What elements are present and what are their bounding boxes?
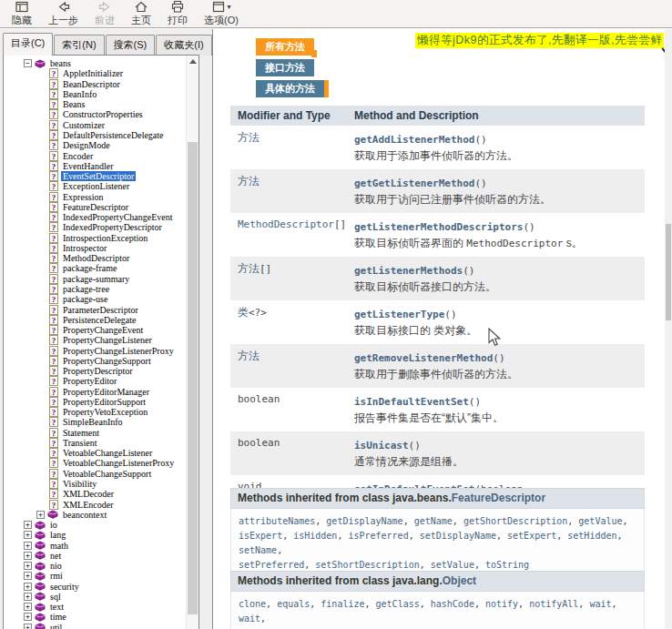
tree-item-beans[interactable]: −beans bbox=[4, 58, 187, 68]
tree-item-MethodDescriptor[interactable]: ?MethodDescriptor bbox=[4, 253, 187, 263]
toolbar-button-back[interactable]: 上一步 bbox=[40, 0, 87, 28]
tree-item-text[interactable]: +text bbox=[4, 602, 187, 612]
method-tab-接口方法[interactable]: 接口方法 bbox=[256, 59, 314, 76]
tree-item-package-tree[interactable]: ?package-tree bbox=[4, 284, 187, 294]
tree-item-io[interactable]: +io bbox=[4, 520, 187, 530]
collapse-box-icon[interactable]: − bbox=[24, 59, 32, 67]
tree-item-Expression[interactable]: ?Expression bbox=[4, 191, 187, 201]
tree-item-DefaultPersistenceDelegate[interactable]: ?DefaultPersistenceDelegate bbox=[4, 130, 187, 140]
tree-scrollbar-thumb[interactable] bbox=[188, 142, 198, 614]
type-link[interactable]: 方法 bbox=[238, 131, 260, 144]
tree-item-PropertyChangeListener[interactable]: ?PropertyChangeListener bbox=[4, 335, 187, 345]
method-name-link[interactable]: getRemoveListenerMethod bbox=[354, 352, 493, 364]
inherited-method-link[interactable]: notifyAll bbox=[529, 599, 578, 609]
tree-item-IndexedPropertyChangeEvent[interactable]: ?IndexedPropertyChangeEvent bbox=[4, 212, 187, 222]
inherited-method-link[interactable]: setDisplayName bbox=[420, 531, 496, 541]
tree-item-package-use[interactable]: ?package-use bbox=[4, 294, 187, 304]
tree-item-util[interactable]: +util bbox=[4, 623, 187, 629]
tree-item-EventSetDescriptor[interactable]: ?EventSetDescriptor bbox=[4, 171, 187, 181]
tree-item-math[interactable]: +math bbox=[4, 540, 187, 550]
expand-box-icon[interactable]: + bbox=[24, 542, 32, 550]
sidebar-tab-搜索S[interactable]: 搜索(S) bbox=[106, 35, 156, 56]
method-tab-具体的方法[interactable]: 具体的方法 bbox=[256, 80, 329, 97]
tree-item-nio[interactable]: +nio bbox=[4, 561, 187, 571]
tree-item-XMLEncoder[interactable]: ?XMLEncoder bbox=[4, 499, 187, 509]
expand-box-icon[interactable]: + bbox=[24, 552, 32, 560]
method-name-link[interactable]: isInDefaultEventSet bbox=[354, 396, 469, 408]
expand-box-icon[interactable]: + bbox=[24, 572, 32, 580]
method-name-link[interactable]: getListenerMethods bbox=[354, 265, 463, 277]
tree-item-PropertyVetoException[interactable]: ?PropertyVetoException bbox=[4, 407, 187, 417]
tree-item-EventHandler[interactable]: ?EventHandler bbox=[4, 161, 187, 171]
tree-item-PropertyChangeListenerProxy[interactable]: ?PropertyChangeListenerProxy bbox=[4, 345, 187, 355]
inherited-method-link[interactable]: getName bbox=[414, 516, 453, 526]
method-name-link[interactable]: getListenerType bbox=[354, 309, 444, 320]
inherited-method-link[interactable]: getShortDescription bbox=[463, 516, 567, 526]
expand-box-icon[interactable]: + bbox=[24, 613, 32, 621]
inherited-method-link[interactable]: getDisplayName bbox=[326, 516, 402, 526]
method-name-link[interactable]: isUnicast bbox=[354, 440, 409, 451]
tree-item-ExceptionListener[interactable]: ?ExceptionListener bbox=[4, 181, 187, 191]
sidebar-tab-目录C[interactable]: 目录(C) bbox=[3, 33, 53, 56]
method-name-link[interactable]: getGetListenerMethod bbox=[354, 178, 474, 189]
inherited-method-link[interactable]: isHidden bbox=[293, 531, 337, 541]
tree-scrollbar[interactable] bbox=[186, 56, 199, 629]
inherited-method-link[interactable]: getValue bbox=[578, 516, 622, 526]
tree-item-PropertyDescriptor[interactable]: ?PropertyDescriptor bbox=[4, 366, 187, 376]
sidebar-tab-收藏夹I[interactable]: 收藏夹(I) bbox=[156, 35, 211, 56]
tree-item-PropertyChangeEvent[interactable]: ?PropertyChangeEvent bbox=[4, 325, 187, 335]
inherited-method-link[interactable]: setExpert bbox=[507, 531, 556, 541]
expand-box-icon[interactable]: + bbox=[24, 624, 32, 629]
tree-item-net[interactable]: +net bbox=[4, 551, 187, 561]
inherited-method-link[interactable]: isPreferred bbox=[348, 531, 408, 541]
class-link[interactable]: Object bbox=[443, 574, 476, 587]
tree-item-PropertyEditor[interactable]: ?PropertyEditor bbox=[4, 376, 187, 386]
sidebar-tab-索引N[interactable]: 索引(N) bbox=[54, 35, 104, 56]
tree-item-time[interactable]: +time bbox=[4, 612, 187, 622]
inherited-method-link[interactable]: setName bbox=[239, 545, 277, 555]
toolbar-button-print[interactable]: 打印 bbox=[159, 0, 196, 28]
expand-box-icon[interactable]: + bbox=[24, 603, 32, 611]
tree-item-FeatureDescriptor[interactable]: ?FeatureDescriptor bbox=[4, 202, 187, 212]
expand-box-icon[interactable]: + bbox=[24, 531, 32, 539]
tree-item-BeanDescriptor[interactable]: ?BeanDescriptor bbox=[4, 79, 187, 89]
tree-item-sql[interactable]: +sql bbox=[4, 592, 187, 602]
tree-item-IndexedPropertyDescriptor[interactable]: ?IndexedPropertyDescriptor bbox=[4, 222, 187, 232]
inherited-method-link[interactable]: isExpert bbox=[239, 531, 282, 541]
toolbar-button-home[interactable]: 主页 bbox=[123, 0, 159, 28]
tree-item-PersistenceDelegate[interactable]: ?PersistenceDelegate bbox=[4, 315, 187, 325]
type-link[interactable]: 方法 bbox=[238, 350, 260, 362]
tree-item-PropertyChangeSupport[interactable]: ?PropertyChangeSupport bbox=[4, 356, 187, 366]
type-link[interactable]: 方法 bbox=[238, 175, 260, 188]
inherited-method-link[interactable]: toString bbox=[485, 560, 529, 570]
expand-box-icon[interactable]: + bbox=[24, 593, 32, 601]
tree-item-SimpleBeanInfo[interactable]: ?SimpleBeanInfo bbox=[4, 417, 187, 427]
inherited-method-link[interactable]: getClass bbox=[376, 599, 420, 609]
inherited-method-link[interactable]: finalize bbox=[321, 599, 364, 609]
inherited-method-link[interactable]: wait bbox=[239, 614, 260, 624]
tree-item-Customizer[interactable]: ?Customizer bbox=[4, 120, 187, 130]
tree-item-VetoableChangeListenerProxy[interactable]: ?VetoableChangeListenerProxy bbox=[4, 458, 187, 468]
tree-item-IntrospectionException[interactable]: ?IntrospectionException bbox=[4, 233, 187, 243]
tree-item-Beans[interactable]: ?Beans bbox=[4, 99, 187, 109]
tree-item-security[interactable]: +security bbox=[4, 582, 187, 592]
inherited-method-link[interactable]: hashCode bbox=[431, 599, 474, 609]
inherited-method-link[interactable]: attributeNames bbox=[239, 516, 315, 526]
expand-box-icon[interactable]: + bbox=[24, 583, 32, 591]
inherited-method-link[interactable]: setPreferred bbox=[239, 560, 304, 570]
inherited-method-link[interactable]: wait bbox=[589, 599, 611, 609]
tree-item-XMLDecoder[interactable]: ?XMLDecoder bbox=[4, 489, 187, 499]
tree-item-BeanInfo[interactable]: ?BeanInfo bbox=[4, 89, 187, 99]
tree-item-ParameterDescriptor[interactable]: ?ParameterDescriptor bbox=[4, 304, 187, 314]
inherited-method-link[interactable]: notify bbox=[485, 599, 518, 609]
content-scrollbar[interactable] bbox=[665, 29, 672, 629]
tree-item-package-frame[interactable]: ?package-frame bbox=[4, 263, 187, 273]
tree-item-package-summary[interactable]: ?package-summary bbox=[4, 274, 187, 284]
method-tab-所有方法[interactable]: 所有方法 bbox=[256, 38, 314, 56]
tree-item-AppletInitializer[interactable]: ?AppletInitializer bbox=[4, 68, 187, 78]
method-name-link[interactable]: getAddListenerMethod bbox=[354, 134, 474, 146]
expand-box-icon[interactable]: + bbox=[36, 511, 45, 519]
type-link[interactable]: MethodDescriptor bbox=[238, 218, 334, 230]
toolbar-button-hide[interactable]: 隐藏 bbox=[4, 0, 40, 28]
tree-item-VetoableChangeListener[interactable]: ?VetoableChangeListener bbox=[4, 448, 187, 458]
